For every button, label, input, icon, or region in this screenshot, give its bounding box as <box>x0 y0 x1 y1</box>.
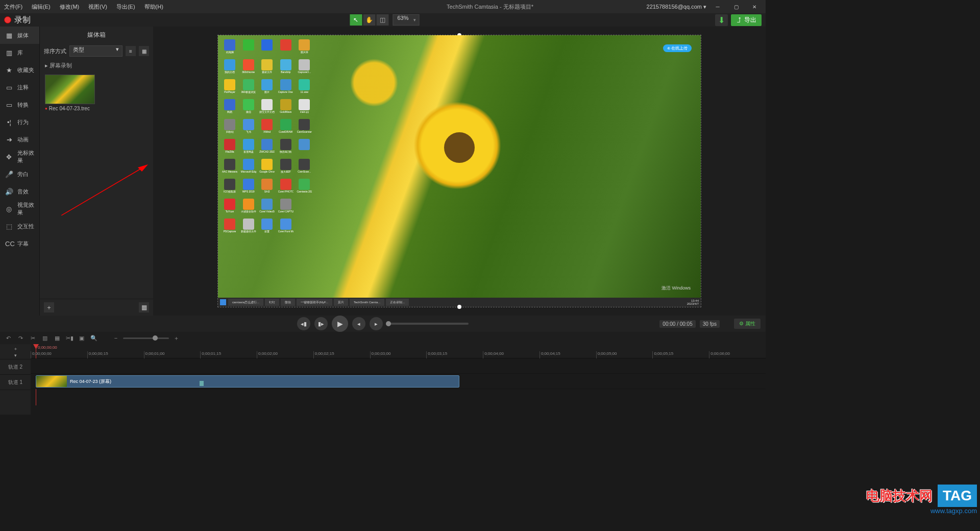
minimize-button[interactable]: ─ <box>710 2 725 12</box>
step-back-button[interactable]: ◂ <box>352 317 365 330</box>
search-button[interactable]: 🔍 <box>90 334 98 342</box>
desktop-icon: Corel VideoStud... <box>259 199 275 217</box>
menu-item[interactable]: 帮助(H) <box>140 1 167 13</box>
record-button[interactable]: 录制 <box>4 15 31 26</box>
properties-button[interactable]: ⚙ 属性 <box>734 319 761 329</box>
video-clip[interactable]: Rec 04-07-23 (屏幕) <box>36 375 459 388</box>
tracks-area[interactable]: 0;00;00;00 0;00;00;000;00;00;150;00;01;0… <box>31 344 766 415</box>
sidebar-label: 旁白 <box>17 171 29 178</box>
media-item[interactable]: Rec 04-07-23.trec <box>45 75 148 111</box>
taskbar-item: 微信 <box>281 299 295 306</box>
desktop-icon: Microsoft Edge <box>241 159 256 177</box>
zoom-slider[interactable] <box>123 337 169 339</box>
screenshot-taskbar: camtasia怎么进行...钉钉微信一键修版助手(MyF...剪片TechSm… <box>218 298 701 307</box>
desktop-icon: XMind <box>259 119 275 137</box>
ruler-mark: 0;00;02;00 <box>257 351 313 358</box>
sidebar-label: 光标效果 <box>17 149 39 164</box>
sidebar-icon: ★ <box>5 66 13 74</box>
sidebar-item[interactable]: 🔊音效 <box>0 183 39 200</box>
sidebar-item[interactable]: ★收藏夹 <box>0 61 39 79</box>
sidebar-item[interactable]: ➔动画 <box>0 131 39 148</box>
ruler-mark: 0;00;05;00 <box>596 351 653 358</box>
track2-header[interactable]: 轨道 2 <box>0 359 31 375</box>
sidebar-label: 交互性 <box>17 223 34 230</box>
desktop-icon: Corel PHOTO-P... <box>278 179 293 197</box>
crop-tool[interactable]: ◫ <box>376 14 388 26</box>
panel-section[interactable]: 屏幕录制 <box>40 59 153 73</box>
sidebar-item[interactable]: ◎视觉效果 <box>0 200 39 218</box>
copy-button[interactable]: ▥ <box>41 334 49 342</box>
timeline-ruler[interactable]: 0;00;00;00 0;00;00;000;00;00;150;00;01;0… <box>31 344 766 358</box>
account-label[interactable]: 2215788156@qq.com ▾ <box>647 4 706 10</box>
sidebar-icon: •¦ <box>5 118 13 126</box>
sidebar-item[interactable]: •¦行为 <box>0 113 39 131</box>
panel-footer: ＋ ▦ <box>40 299 153 316</box>
sidebar-icon: ⬚ <box>5 223 13 230</box>
desktop-icons-grid: 此电脑图片库我的文档360chrome素材文件BandizipCaptureO.… <box>222 39 314 237</box>
menu-item[interactable]: 视图(V) <box>84 1 111 13</box>
grid-view-button[interactable]: ▦ <box>139 302 149 312</box>
sidebar-label: 行为 <box>17 118 29 126</box>
zoom-out-icon[interactable]: − <box>112 334 120 342</box>
sidebar-item[interactable]: CC字幕 <box>0 235 39 252</box>
sidebar-icon: ▭ <box>5 84 13 91</box>
desktop-icon: 11.wav <box>297 79 312 98</box>
menu-item[interactable]: 文件(F) <box>0 1 27 13</box>
ruler-mark: 0;00;03;00 <box>370 351 427 358</box>
paste-button[interactable]: ▦ <box>53 334 61 342</box>
step-fwd-button[interactable]: ▸ <box>370 317 383 330</box>
sidebar-item[interactable]: ▦媒体 <box>0 27 39 44</box>
add-media-button[interactable]: ＋ <box>44 302 54 312</box>
cut-button[interactable]: ✂ <box>29 334 37 342</box>
undo-button[interactable]: ↶ <box>4 334 12 342</box>
split-button[interactable]: ✂▮ <box>65 334 74 342</box>
maximize-button[interactable]: ▢ <box>729 2 743 12</box>
desktop-icon: 图片 <box>259 79 275 98</box>
menu-item[interactable]: 修改(M) <box>56 1 84 13</box>
sidebar-icon: ▭ <box>5 101 13 109</box>
redo-button[interactable]: ↷ <box>16 334 24 342</box>
sidebar-item[interactable]: ▥库 <box>0 44 39 61</box>
desktop-icon: 360极速浏览 <box>241 79 256 98</box>
desktop-icon: ICO提取器 <box>222 179 237 197</box>
track-toggle-buttons[interactable]: ＋▾ <box>0 344 31 359</box>
close-button[interactable]: ✕ <box>747 2 762 12</box>
prev-frame-button[interactable]: ◂▮ <box>297 317 310 330</box>
start-icon <box>220 299 226 305</box>
select-tool[interactable]: ↖ <box>350 14 362 26</box>
pan-tool[interactable]: ✋ <box>363 14 375 26</box>
menu-item[interactable]: 导出(E) <box>112 1 139 13</box>
export-button[interactable]: ⮥ 导出 <box>731 14 762 26</box>
desktop-icon: SAI2 <box>259 179 275 197</box>
view-grid-button[interactable]: ▦ <box>139 46 149 56</box>
menu-item[interactable]: 编辑(E) <box>28 1 55 13</box>
taskbar-item: 钉钉 <box>265 299 279 306</box>
desktop-icon: 火绒安全软件 <box>241 199 256 217</box>
sidebar-item[interactable]: 🎤旁白 <box>0 165 39 183</box>
download-button[interactable]: ⬇ <box>715 14 728 26</box>
sidebar-item[interactable]: ✥光标效果 <box>0 148 39 165</box>
zoom-in-icon[interactable]: ＋ <box>172 334 180 342</box>
taskbar-item: camtasia怎么进行... <box>228 299 263 306</box>
desktop-icon: 飞书 <box>241 119 256 137</box>
volume-slider[interactable] <box>387 323 469 325</box>
sidebar-item[interactable]: ▭注释 <box>0 79 39 96</box>
window-title: TechSmith Camtasia - 无标题项目* <box>447 3 533 11</box>
view-list-button[interactable]: ≡ <box>126 46 136 56</box>
track-row-2[interactable] <box>31 358 766 374</box>
play-button[interactable]: ▶ <box>332 316 348 332</box>
timeline-zoom[interactable]: − ＋ <box>112 334 180 342</box>
track1-header[interactable]: 轨道 1 <box>0 375 31 390</box>
sidebar-icon: ▦ <box>5 32 13 39</box>
camera-button[interactable]: ▣ <box>78 334 86 342</box>
desktop-icon: Capture One 10 <box>278 79 293 98</box>
next-frame-button[interactable]: ▮▸ <box>314 317 328 330</box>
main-area: ▦媒体▥库★收藏夹▭注释▭转换•¦行为➔动画✥光标效果🎤旁白🔊音效◎视觉效果⬚交… <box>0 27 766 316</box>
sidebar-item[interactable]: ▭转换 <box>0 96 39 113</box>
sidebar-item[interactable]: ⬚交互性 <box>0 218 39 235</box>
canvas-content: 此电脑图片库我的文档360chrome素材文件BandizipCaptureO.… <box>218 35 701 307</box>
sort-select[interactable]: 类型 ▾ <box>69 45 122 57</box>
canvas-frame[interactable]: 此电脑图片库我的文档360chrome素材文件BandizipCaptureO.… <box>217 35 701 307</box>
track-row-1[interactable]: Rec 04-07-23 (屏幕) <box>31 374 766 389</box>
time-display: 00:00 / 00:05 30 fps <box>659 320 720 328</box>
